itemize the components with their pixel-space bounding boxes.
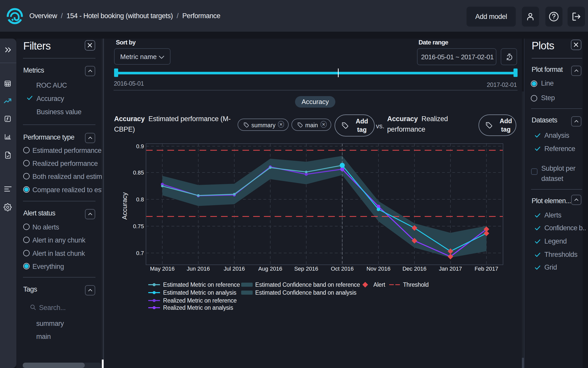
svg-text:Estimated Confidence band on a: Estimated Confidence band on analysis	[255, 289, 357, 296]
svg-text:Nov 2016: Nov 2016	[366, 266, 390, 272]
svg-text:Oct 2016: Oct 2016	[331, 266, 353, 272]
svg-text:Jun 2016: Jun 2016	[187, 266, 210, 272]
svg-text:Alert: Alert	[373, 281, 385, 288]
svg-text:0.85: 0.85	[133, 169, 144, 176]
svg-text:0.9: 0.9	[136, 143, 144, 150]
svg-text:0.75: 0.75	[133, 223, 144, 229]
svg-text:0.8: 0.8	[136, 196, 144, 203]
svg-text:Aug 2016: Aug 2016	[258, 266, 282, 272]
svg-text:Jan 2017: Jan 2017	[439, 266, 462, 272]
svg-text:Accuracy: Accuracy	[121, 192, 128, 220]
svg-text:May 2016: May 2016	[150, 266, 175, 272]
svg-text:Realized Metric on reference: Realized Metric on reference	[163, 297, 237, 304]
svg-text:Feb 2017: Feb 2017	[475, 266, 498, 272]
svg-text:Realized Metric on analysis: Realized Metric on analysis	[163, 304, 233, 311]
svg-text:Estimated Metric on reference: Estimated Metric on reference	[163, 281, 240, 288]
svg-text:Estimated Metric on analysis: Estimated Metric on analysis	[163, 289, 236, 296]
svg-text:0.7: 0.7	[136, 250, 144, 256]
svg-text:Estimated Confidence band on r: Estimated Confidence band on reference	[255, 281, 360, 288]
svg-text:Threshold: Threshold	[403, 281, 428, 288]
svg-text:Jul 2016: Jul 2016	[224, 266, 245, 272]
svg-text:Dec 2016: Dec 2016	[402, 266, 426, 272]
svg-text:Sep 2016: Sep 2016	[294, 266, 318, 272]
